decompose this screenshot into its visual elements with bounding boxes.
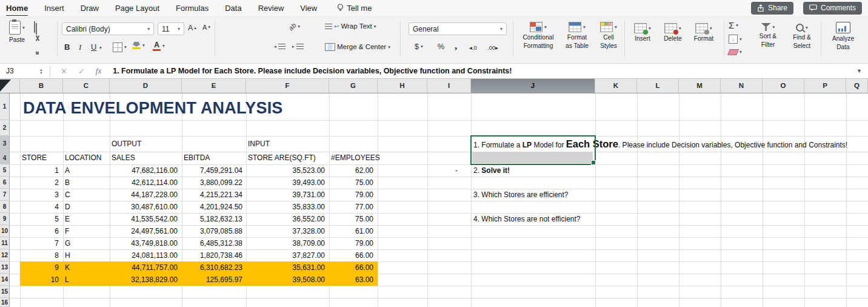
- cell-C11[interactable]: G: [65, 237, 107, 249]
- row-header-8[interactable]: 8: [0, 201, 10, 213]
- cell-G13[interactable]: 66.00: [330, 261, 373, 274]
- cell-D10[interactable]: 24,497,561.00: [110, 225, 178, 237]
- column-header-H[interactable]: H: [378, 79, 427, 93]
- column-header-Q[interactable]: Q: [846, 79, 868, 93]
- cell-F3-input[interactable]: INPUT: [248, 136, 270, 152]
- row-header-5[interactable]: 5: [0, 164, 10, 177]
- cell-B14[interactable]: 10: [20, 274, 59, 286]
- autosum-button[interactable]: Σ ▾: [729, 21, 738, 30]
- italic-button[interactable]: I: [79, 42, 81, 52]
- decrease-decimal-button[interactable]: .00▸: [487, 44, 498, 51]
- cell-J9-question4[interactable]: 4. Which Stores are not efficient?: [473, 213, 581, 225]
- cell-E13[interactable]: 6,310,682.23: [182, 261, 242, 274]
- font-name-select[interactable]: Calibri (Body) ▾: [62, 22, 154, 35]
- cell-F10[interactable]: 37,328.00: [247, 225, 325, 237]
- font-color-button[interactable]: A ▾: [153, 41, 165, 51]
- cell-G11[interactable]: 79.00: [330, 237, 373, 249]
- row-header-7[interactable]: 7: [0, 189, 10, 201]
- cell-C10[interactable]: F: [65, 225, 107, 237]
- cell-F13[interactable]: 35,631.00: [247, 261, 325, 274]
- font-size-select[interactable]: 11 ▾: [158, 22, 184, 35]
- cell-C12[interactable]: H: [65, 249, 107, 261]
- cell-G7[interactable]: 79.00: [330, 189, 373, 201]
- tab-review[interactable]: Review: [258, 4, 284, 13]
- cell-F5[interactable]: 35,523.00: [247, 164, 325, 177]
- decrease-font-button[interactable]: A ▾: [202, 24, 210, 31]
- cell-G10[interactable]: 61.00: [330, 225, 373, 237]
- header-store[interactable]: STORE: [22, 152, 47, 164]
- increase-indent-button[interactable]: ▸: [292, 44, 304, 49]
- cell-C9[interactable]: E: [65, 213, 107, 225]
- formula-bar-expand-caret[interactable]: ▼: [856, 68, 862, 74]
- cell-B7[interactable]: 3: [20, 189, 59, 201]
- merge-center-button[interactable]: Merge & Center ▾: [325, 43, 390, 51]
- header-ebitda[interactable]: EBITDA: [184, 152, 210, 164]
- header-employees[interactable]: #EMPLOYEES: [331, 152, 380, 164]
- cell-F6[interactable]: 39,493.00: [247, 177, 325, 189]
- number-format-select[interactable]: General ▾: [409, 22, 507, 35]
- name-box-spinner[interactable]: ▴ ▾: [38, 68, 45, 75]
- share-button[interactable]: Share: [751, 2, 793, 15]
- cell-D3-output[interactable]: OUTPUT: [112, 136, 141, 152]
- row-header-4[interactable]: 4: [0, 152, 10, 164]
- insert-function-button[interactable]: fx: [96, 66, 101, 76]
- underline-options-caret[interactable]: ▾: [99, 46, 102, 50]
- percent-button[interactable]: %: [438, 42, 444, 51]
- row-header-13[interactable]: 13: [0, 261, 10, 274]
- column-header-D[interactable]: D: [110, 79, 182, 93]
- cell-B13[interactable]: 9: [20, 261, 59, 274]
- select-all-corner[interactable]: [0, 79, 20, 93]
- cell-D9[interactable]: 41,535,542.00: [110, 213, 178, 225]
- cell-C5[interactable]: A: [65, 164, 107, 177]
- format-as-table-button[interactable]: ▾ Format as Table: [560, 22, 594, 49]
- cell-I5-dash[interactable]: -: [427, 164, 458, 177]
- row-header-6[interactable]: 6: [0, 177, 10, 189]
- row-header-12[interactable]: 12: [0, 249, 10, 261]
- cell-F8[interactable]: 35,833.00: [247, 201, 325, 213]
- column-header-G[interactable]: G: [329, 79, 378, 93]
- cell-C14[interactable]: L: [65, 274, 107, 286]
- column-header-P[interactable]: P: [804, 79, 846, 93]
- sort-filter-button[interactable]: ▾ Sort & Filter: [752, 23, 784, 48]
- header-location[interactable]: LOCATION: [65, 152, 101, 164]
- cell-E12[interactable]: 1,820,738.46: [182, 249, 242, 261]
- row-header-15[interactable]: 15: [0, 286, 10, 298]
- format-cells-button[interactable]: ▾ Format: [690, 23, 718, 42]
- row-header-10[interactable]: 10: [0, 225, 10, 237]
- cancel-button[interactable]: ✕: [61, 67, 67, 76]
- borders-button[interactable]: ▾: [113, 42, 127, 52]
- cell-B5[interactable]: 1: [20, 164, 59, 177]
- header-sales[interactable]: SALES: [112, 152, 135, 164]
- enter-button[interactable]: ✓: [78, 67, 85, 76]
- analyze-data-button[interactable]: Analyze Data: [824, 22, 862, 50]
- column-header-E[interactable]: E: [182, 79, 246, 93]
- row-header-2[interactable]: 2: [0, 120, 10, 136]
- column-header-O[interactable]: O: [763, 79, 804, 93]
- cell-F9[interactable]: 36,552.00: [247, 213, 325, 225]
- row-header-11[interactable]: 11: [0, 237, 10, 249]
- column-header-I[interactable]: I: [427, 79, 471, 93]
- tab-insert[interactable]: Insert: [44, 4, 64, 13]
- cell-G5[interactable]: 62.00: [330, 164, 373, 177]
- column-header-J[interactable]: J: [471, 79, 595, 93]
- underline-button[interactable]: U: [91, 42, 96, 52]
- column-header-N[interactable]: N: [721, 79, 763, 93]
- cell-G9[interactable]: 75.00: [330, 213, 373, 225]
- cell-E11[interactable]: 6,485,312.38: [182, 237, 242, 249]
- cell-F11[interactable]: 38,709.00: [247, 237, 325, 249]
- formula-content[interactable]: 1. Formulate a LP Model for Each Store. …: [113, 67, 512, 75]
- fill-handle[interactable]: [591, 160, 596, 165]
- delete-cells-button[interactable]: ▾ Delete: [659, 23, 686, 42]
- cell-D5[interactable]: 47,682,116.00: [110, 164, 178, 177]
- cell-D14[interactable]: 32,138,829.00: [110, 274, 178, 286]
- clear-button[interactable]: ▾: [729, 49, 742, 55]
- cell-B8[interactable]: 4: [20, 201, 59, 213]
- cell-D8[interactable]: 30,487,610.00: [110, 201, 178, 213]
- tab-view[interactable]: View: [300, 4, 317, 13]
- cell-B10[interactable]: 6: [20, 225, 59, 237]
- column-header-M[interactable]: M: [679, 79, 721, 93]
- cell-B9[interactable]: 5: [20, 213, 59, 225]
- tab-home[interactable]: Home: [6, 4, 28, 13]
- cell-G12[interactable]: 66.00: [330, 249, 373, 261]
- cell-E5[interactable]: 7,459,291.04: [182, 164, 242, 177]
